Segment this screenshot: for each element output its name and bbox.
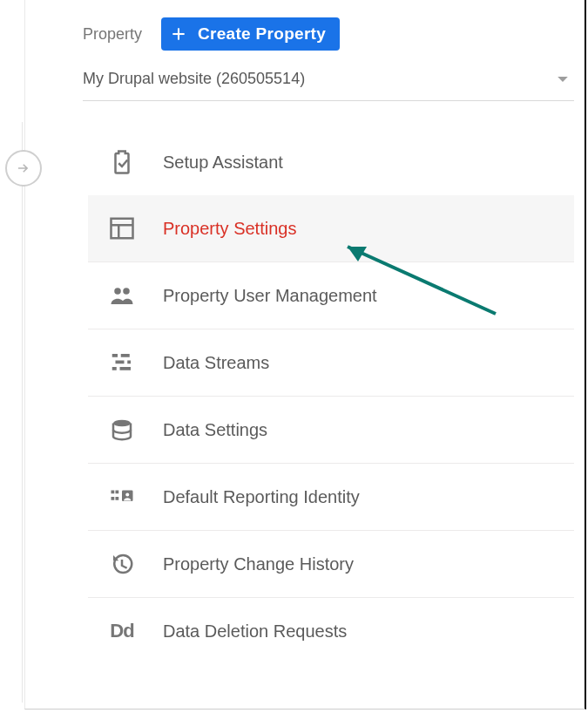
menu-item-change-history[interactable]: Property Change History [88,531,574,598]
selected-property-text: My Drupal website (260505514) [83,70,305,88]
identity-icon [105,484,139,510]
svg-rect-12 [120,367,132,370]
create-property-label: Create Property [198,24,326,44]
menu-item-label: Data Settings [163,420,267,440]
menu-item-user-management[interactable]: Property User Management [88,262,574,329]
menu-item-data-settings[interactable]: Data Settings [88,397,574,464]
data-streams-icon [105,350,139,376]
layout-icon [105,215,139,241]
svg-rect-11 [112,367,117,370]
menu-item-property-settings[interactable]: Property Settings [88,195,574,262]
column-label: Property [83,25,142,44]
menu-item-label: Property User Management [163,286,377,306]
svg-rect-7 [112,354,118,357]
users-icon [105,282,139,309]
chevron-down-icon [557,71,569,87]
property-column: Property Create Property My Drupal websi… [24,0,586,710]
property-header: Property Create Property [25,0,585,61]
menu-item-label: Property Change History [163,554,354,574]
dd-icon: Dd [105,620,139,642]
plus-icon [170,25,187,43]
svg-rect-15 [116,491,119,494]
svg-point-19 [125,493,129,497]
svg-rect-8 [121,354,130,357]
database-icon [105,417,139,443]
clipboard-check-icon [105,149,139,175]
svg-rect-14 [112,491,115,494]
svg-rect-9 [116,361,125,364]
svg-rect-2 [112,219,133,239]
menu-item-label: Data Streams [163,353,269,373]
gutter-divider [22,122,23,703]
svg-rect-10 [127,361,131,364]
property-menu: Setup Assistant Property Settings Proper… [88,129,574,664]
svg-rect-16 [112,497,115,500]
create-property-button[interactable]: Create Property [161,17,340,51]
menu-item-default-reporting-identity[interactable]: Default Reporting Identity [88,464,574,531]
svg-rect-17 [116,497,119,500]
property-selector[interactable]: My Drupal website (260505514) [83,65,574,101]
menu-item-data-streams[interactable]: Data Streams [88,329,574,397]
expand-panel-button[interactable] [5,150,42,187]
menu-item-label: Property Settings [163,219,296,239]
svg-point-13 [113,420,131,427]
menu-item-label: Setup Assistant [163,153,283,173]
arrow-right-icon [16,160,31,176]
menu-item-label: Default Reporting Identity [163,487,360,507]
svg-point-5 [114,288,121,295]
svg-point-6 [123,288,130,295]
menu-item-label: Data Deletion Requests [163,621,347,642]
menu-item-data-deletion-requests[interactable]: Dd Data Deletion Requests [88,598,574,664]
menu-item-setup-assistant[interactable]: Setup Assistant [88,129,574,195]
history-icon [105,551,139,577]
